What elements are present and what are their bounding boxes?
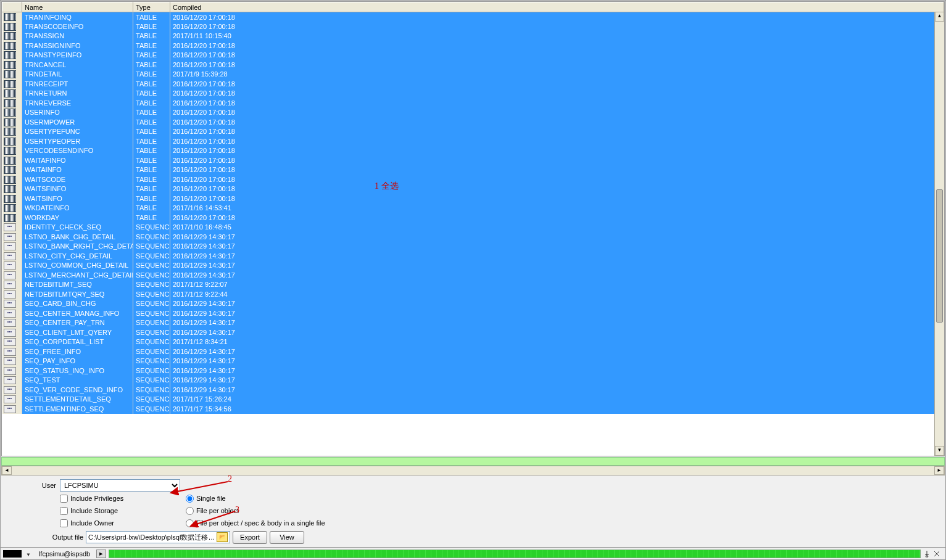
table-row[interactable]: WAITSCODETABLE2016/12/20 17:00:18 [2,175,944,184]
table-row[interactable]: WAITSINFOTABLE2016/12/20 17:00:18 [2,194,944,204]
table-row[interactable]: USERTYPEFUNCTABLE2016/12/20 17:00:18 [2,127,944,137]
row-compiled: 2016/12/20 17:00:18 [170,136,944,146]
include-privileges-checkbox[interactable] [60,495,68,503]
table-icon [4,176,16,184]
header-type[interactable]: Type [133,2,170,12]
table-row[interactable]: SEQ_VER_CODE_SEND_INFOSEQUENCE2016/12/29… [2,385,944,395]
table-row[interactable]: TRANSTYPEINFOTABLE2016/12/20 17:00:18 [2,51,944,60]
row-icon-cell [2,251,22,261]
row-icon-cell [2,356,22,366]
table-row[interactable]: WKDATEINFOTABLE2017/1/16 14:53:41 [2,204,944,213]
table-row[interactable]: SEQ_CENTER_PAY_TRNSEQUENCE2016/12/29 14:… [2,318,944,328]
row-compiled: 2017/1/16 14:53:41 [170,204,944,213]
row-type: SEQUENCE [133,289,170,299]
object-table[interactable]: Name Type Compiled TRANINFOINQTABLE2016/… [2,2,944,414]
table-row[interactable]: TRNRECEIPTTABLE2016/12/20 17:00:18 [2,79,944,89]
table-row[interactable]: SEQ_STATUS_INQ_INFOSEQUENCE2016/12/29 14… [2,366,944,376]
table-row[interactable]: NETDEBITLIMT_SEQSEQUENCE2017/1/12 9:22:0… [2,280,944,290]
insert-row-strip[interactable] [1,457,945,466]
table-row[interactable]: TRNRETURNTABLE2016/12/20 17:00:18 [2,89,944,99]
scroll-up-button[interactable]: ▲ [935,12,944,22]
table-row[interactable]: TRANSSIGNTABLE2017/1/11 10:15:40 [2,31,944,41]
row-icon-cell [2,155,22,165]
table-row[interactable]: WORKDAYTABLE2016/12/20 17:00:18 [2,213,944,223]
table-row[interactable]: LSTNO_COMMON_CHG_DETAILSEQUENCE2016/12/2… [2,261,944,271]
table-row[interactable]: USERINFOTABLE2016/12/20 17:00:18 [2,108,944,118]
table-row[interactable]: SEQ_CORPDETAIL_LISTSEQUENCE2017/1/12 8:3… [2,337,944,347]
close-icon[interactable] [933,550,940,558]
output-file-label: Output file [48,533,83,541]
row-name: SEQ_TEST [22,376,133,385]
table-row[interactable]: SEQ_CLIENT_LMT_QYERYSEQUENCE2016/12/29 1… [2,327,944,337]
table-header-row[interactable]: Name Type Compiled [2,2,944,12]
vertical-scrollbar[interactable]: ▲ ▼ [934,12,944,456]
table-row[interactable]: SEQ_FREE_INFOSEQUENCE2016/12/29 14:30:17 [2,347,944,356]
table-row[interactable]: NETDEBITLMTQRY_SEQSEQUENCE2017/1/12 9:22… [2,289,944,299]
row-icon-cell [2,299,22,309]
table-row[interactable]: LSTNO_BANK_CHG_DETAILSEQUENCE2016/12/29 … [2,232,944,242]
scroll-right-button[interactable]: ► [934,466,944,475]
include-storage-checkbox[interactable] [60,507,68,515]
row-type: SEQUENCE [133,404,170,414]
row-icon-cell [2,117,22,127]
table-row[interactable]: SEQ_TESTSEQUENCE2016/12/29 14:30:17 [2,376,944,385]
table-row[interactable]: TRNREVERSETABLE2016/12/20 17:00:18 [2,98,944,108]
table-row[interactable]: TRANINFOINQTABLE2016/12/20 17:00:18 [2,12,944,22]
file-per-object-radio[interactable] [186,507,194,515]
row-compiled: 2016/12/20 17:00:18 [170,22,944,31]
table-row[interactable]: TRANSSIGNINFOTABLE2016/12/20 17:00:18 [2,41,944,51]
row-type: TABLE [133,165,170,175]
export-button[interactable]: Export [233,531,267,544]
table-row[interactable]: IDENTITY_CHECK_SEQSEQUENCE2017/1/10 16:4… [2,223,944,233]
row-name: WAITSCODE [22,175,133,184]
header-icon[interactable] [2,2,22,12]
table-row[interactable]: LSTNO_BANK_RIGHT_CHG_DETAILSEQUENCE2016/… [2,242,944,252]
row-icon-cell [2,41,22,51]
table-row[interactable]: TRANSCODEINFOTABLE2016/12/20 17:00:18 [2,22,944,31]
include-owner-checkbox[interactable] [60,519,68,527]
table-row[interactable]: SEQ_CENTER_MANAG_INFOSEQUENCE2016/12/29 … [2,308,944,318]
row-compiled: 2016/12/20 17:00:18 [170,51,944,60]
status-dropdown-icon[interactable] [24,550,33,558]
sequence-icon [4,271,16,279]
table-row[interactable]: TRNCANCELTABLE2016/12/20 17:00:18 [2,60,944,70]
table-row[interactable]: TRNDETAILTABLE2017/1/9 15:39:28 [2,70,944,80]
pin-icon[interactable] [923,550,931,558]
table-row[interactable]: SEQ_PAY_INFOSEQUENCE2016/12/29 14:30:17 [2,356,944,366]
scroll-left-button[interactable]: ◄ [2,466,12,475]
header-compiled[interactable]: Compiled [170,2,944,12]
status-indicator-icon [3,550,22,558]
table-row[interactable]: WAITSFINFOTABLE2016/12/20 17:00:18 [2,184,944,194]
table-row[interactable]: WAITAINFOTABLE2016/12/20 17:00:18 [2,165,944,175]
output-file-field[interactable]: C:\Users\prd-lxw\Desktop\plsql数据迁移\table… [86,531,230,543]
browse-folder-button[interactable]: 📂 [217,532,228,542]
header-name[interactable]: Name [22,2,133,12]
row-compiled: 2017/1/12 9:22:07 [170,280,944,290]
user-select[interactable]: LFCPSIMU [60,479,180,492]
table-row[interactable]: USERMPOWERTABLE2016/12/20 17:00:18 [2,117,944,127]
scroll-down-button[interactable]: ▼ [935,446,944,456]
table-row[interactable]: SETTLEMENTDETAIL_SEQSEQUENCE2017/1/17 15… [2,395,944,405]
row-type: TABLE [133,213,170,223]
table-icon [4,42,16,50]
table-row[interactable]: LSTNO_MERCHANT_CHG_DETAILSEQUENCE2016/12… [2,270,944,280]
table-icon [4,166,16,174]
row-icon-cell [2,175,22,184]
table-row[interactable]: WAITAFINFOTABLE2016/12/20 17:00:18 [2,155,944,165]
row-type: SEQUENCE [133,299,170,309]
single-file-radio[interactable] [186,495,194,503]
scroll-thumb[interactable] [936,189,943,323]
table-row[interactable]: SETTLEMENTINFO_SEQSEQUENCE2017/1/17 15:3… [2,404,944,414]
row-icon-cell [2,79,22,89]
row-icon-cell [2,51,22,60]
horizontal-scrollbar[interactable]: ◄ ► [1,466,945,476]
row-compiled: 2016/12/20 17:00:18 [170,184,944,194]
table-row[interactable]: LSTNO_CITY_CHG_DETAILSEQUENCE2016/12/29 … [2,251,944,261]
view-button[interactable]: View [270,531,304,544]
table-row[interactable]: VERCODESENDINFOTABLE2016/12/20 17:00:18 [2,146,944,156]
table-row[interactable]: SEQ_CARD_BIN_CHGSEQUENCE2016/12/29 14:30… [2,299,944,309]
file-per-spec-radio[interactable] [186,519,194,527]
table-row[interactable]: USERTYPEOPERTABLE2016/12/20 17:00:18 [2,136,944,146]
row-compiled: 2017/1/12 8:34:21 [170,337,944,347]
status-run-icon[interactable]: ▸ [96,550,106,558]
